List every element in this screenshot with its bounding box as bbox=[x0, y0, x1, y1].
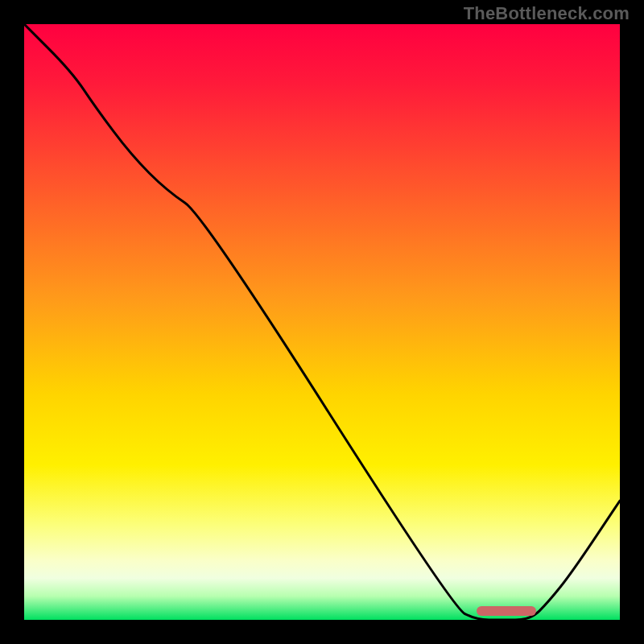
optimal-range-marker bbox=[477, 606, 536, 616]
bottleneck-curve bbox=[24, 24, 620, 620]
watermark-text: TheBottleneck.com bbox=[464, 3, 630, 24]
line-chart-svg bbox=[24, 24, 620, 620]
plot-area bbox=[24, 24, 620, 620]
chart-container: TheBottleneck.com bbox=[0, 0, 644, 644]
